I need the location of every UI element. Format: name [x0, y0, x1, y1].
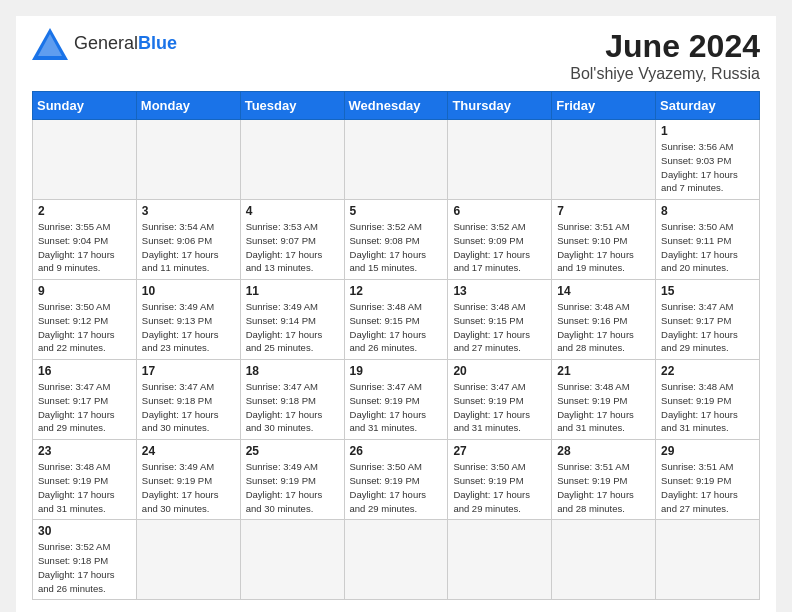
day-info: Sunrise: 3:47 AM Sunset: 9:19 PM Dayligh…: [350, 380, 443, 435]
day-info: Sunrise: 3:47 AM Sunset: 9:18 PM Dayligh…: [246, 380, 339, 435]
calendar-week-row: 9Sunrise: 3:50 AM Sunset: 9:12 PM Daylig…: [33, 280, 760, 360]
day-number: 20: [453, 364, 546, 378]
day-info: Sunrise: 3:47 AM Sunset: 9:17 PM Dayligh…: [38, 380, 131, 435]
logo: GeneralBlue: [32, 28, 177, 60]
calendar-day: 12Sunrise: 3:48 AM Sunset: 9:15 PM Dayli…: [344, 280, 448, 360]
logo-text: GeneralBlue: [74, 33, 177, 55]
calendar-header-row: Sunday Monday Tuesday Wednesday Thursday…: [33, 92, 760, 120]
day-info: Sunrise: 3:54 AM Sunset: 9:06 PM Dayligh…: [142, 220, 235, 275]
day-number: 19: [350, 364, 443, 378]
day-info: Sunrise: 3:52 AM Sunset: 9:18 PM Dayligh…: [38, 540, 131, 595]
header-saturday: Saturday: [656, 92, 760, 120]
day-number: 17: [142, 364, 235, 378]
calendar-day: 5Sunrise: 3:52 AM Sunset: 9:08 PM Daylig…: [344, 200, 448, 280]
header-sunday: Sunday: [33, 92, 137, 120]
calendar-day: 16Sunrise: 3:47 AM Sunset: 9:17 PM Dayli…: [33, 360, 137, 440]
calendar-table: Sunday Monday Tuesday Wednesday Thursday…: [32, 91, 760, 600]
calendar-day: 11Sunrise: 3:49 AM Sunset: 9:14 PM Dayli…: [240, 280, 344, 360]
calendar-day: 2Sunrise: 3:55 AM Sunset: 9:04 PM Daylig…: [33, 200, 137, 280]
calendar-day: [136, 520, 240, 600]
day-number: 9: [38, 284, 131, 298]
calendar-week-row: 16Sunrise: 3:47 AM Sunset: 9:17 PM Dayli…: [33, 360, 760, 440]
calendar-week-row: 1Sunrise: 3:56 AM Sunset: 9:03 PM Daylig…: [33, 120, 760, 200]
day-info: Sunrise: 3:47 AM Sunset: 9:18 PM Dayligh…: [142, 380, 235, 435]
day-number: 14: [557, 284, 650, 298]
page-title: June 2024: [570, 28, 760, 65]
header: GeneralBlue June 2024 Bol'shiye Vyazemy,…: [32, 28, 760, 83]
day-number: 2: [38, 204, 131, 218]
day-number: 7: [557, 204, 650, 218]
day-number: 8: [661, 204, 754, 218]
calendar-day: 18Sunrise: 3:47 AM Sunset: 9:18 PM Dayli…: [240, 360, 344, 440]
calendar-day: 26Sunrise: 3:50 AM Sunset: 9:19 PM Dayli…: [344, 440, 448, 520]
day-info: Sunrise: 3:50 AM Sunset: 9:19 PM Dayligh…: [350, 460, 443, 515]
day-number: 11: [246, 284, 339, 298]
calendar-day: [552, 520, 656, 600]
day-number: 4: [246, 204, 339, 218]
header-monday: Monday: [136, 92, 240, 120]
calendar-day: [344, 520, 448, 600]
day-info: Sunrise: 3:50 AM Sunset: 9:19 PM Dayligh…: [453, 460, 546, 515]
calendar-day: [552, 120, 656, 200]
calendar-day: 4Sunrise: 3:53 AM Sunset: 9:07 PM Daylig…: [240, 200, 344, 280]
calendar-day: 15Sunrise: 3:47 AM Sunset: 9:17 PM Dayli…: [656, 280, 760, 360]
calendar-day: [656, 520, 760, 600]
calendar-day: 17Sunrise: 3:47 AM Sunset: 9:18 PM Dayli…: [136, 360, 240, 440]
day-number: 1: [661, 124, 754, 138]
calendar-day: 1Sunrise: 3:56 AM Sunset: 9:03 PM Daylig…: [656, 120, 760, 200]
day-number: 25: [246, 444, 339, 458]
calendar-day: 7Sunrise: 3:51 AM Sunset: 9:10 PM Daylig…: [552, 200, 656, 280]
title-area: June 2024 Bol'shiye Vyazemy, Russia: [570, 28, 760, 83]
day-number: 21: [557, 364, 650, 378]
calendar-day: 29Sunrise: 3:51 AM Sunset: 9:19 PM Dayli…: [656, 440, 760, 520]
calendar-day: 19Sunrise: 3:47 AM Sunset: 9:19 PM Dayli…: [344, 360, 448, 440]
day-info: Sunrise: 3:50 AM Sunset: 9:11 PM Dayligh…: [661, 220, 754, 275]
logo-icon: [32, 28, 68, 60]
calendar-day: [136, 120, 240, 200]
day-number: 28: [557, 444, 650, 458]
day-number: 16: [38, 364, 131, 378]
day-info: Sunrise: 3:48 AM Sunset: 9:19 PM Dayligh…: [661, 380, 754, 435]
day-info: Sunrise: 3:52 AM Sunset: 9:08 PM Dayligh…: [350, 220, 443, 275]
day-info: Sunrise: 3:55 AM Sunset: 9:04 PM Dayligh…: [38, 220, 131, 275]
calendar-day: [448, 520, 552, 600]
page-subtitle: Bol'shiye Vyazemy, Russia: [570, 65, 760, 83]
calendar-day: 6Sunrise: 3:52 AM Sunset: 9:09 PM Daylig…: [448, 200, 552, 280]
day-info: Sunrise: 3:52 AM Sunset: 9:09 PM Dayligh…: [453, 220, 546, 275]
day-number: 18: [246, 364, 339, 378]
calendar-day: 20Sunrise: 3:47 AM Sunset: 9:19 PM Dayli…: [448, 360, 552, 440]
day-number: 29: [661, 444, 754, 458]
day-number: 27: [453, 444, 546, 458]
calendar-day: 3Sunrise: 3:54 AM Sunset: 9:06 PM Daylig…: [136, 200, 240, 280]
header-thursday: Thursday: [448, 92, 552, 120]
day-info: Sunrise: 3:51 AM Sunset: 9:19 PM Dayligh…: [661, 460, 754, 515]
calendar-day: 24Sunrise: 3:49 AM Sunset: 9:19 PM Dayli…: [136, 440, 240, 520]
day-number: 5: [350, 204, 443, 218]
day-number: 12: [350, 284, 443, 298]
calendar-day: 28Sunrise: 3:51 AM Sunset: 9:19 PM Dayli…: [552, 440, 656, 520]
day-number: 10: [142, 284, 235, 298]
day-info: Sunrise: 3:56 AM Sunset: 9:03 PM Dayligh…: [661, 140, 754, 195]
calendar-day: 10Sunrise: 3:49 AM Sunset: 9:13 PM Dayli…: [136, 280, 240, 360]
calendar-day: [240, 120, 344, 200]
calendar-day: [448, 120, 552, 200]
calendar-week-row: 2Sunrise: 3:55 AM Sunset: 9:04 PM Daylig…: [33, 200, 760, 280]
calendar-week-row: 23Sunrise: 3:48 AM Sunset: 9:19 PM Dayli…: [33, 440, 760, 520]
day-info: Sunrise: 3:48 AM Sunset: 9:15 PM Dayligh…: [350, 300, 443, 355]
calendar-day: 8Sunrise: 3:50 AM Sunset: 9:11 PM Daylig…: [656, 200, 760, 280]
day-number: 3: [142, 204, 235, 218]
calendar-day: [240, 520, 344, 600]
calendar-day: 22Sunrise: 3:48 AM Sunset: 9:19 PM Dayli…: [656, 360, 760, 440]
day-number: 26: [350, 444, 443, 458]
day-info: Sunrise: 3:49 AM Sunset: 9:14 PM Dayligh…: [246, 300, 339, 355]
day-number: 13: [453, 284, 546, 298]
calendar-day: 30Sunrise: 3:52 AM Sunset: 9:18 PM Dayli…: [33, 520, 137, 600]
day-number: 30: [38, 524, 131, 538]
day-info: Sunrise: 3:48 AM Sunset: 9:19 PM Dayligh…: [38, 460, 131, 515]
calendar-week-row: 30Sunrise: 3:52 AM Sunset: 9:18 PM Dayli…: [33, 520, 760, 600]
day-info: Sunrise: 3:51 AM Sunset: 9:10 PM Dayligh…: [557, 220, 650, 275]
calendar-day: 27Sunrise: 3:50 AM Sunset: 9:19 PM Dayli…: [448, 440, 552, 520]
calendar-day: 14Sunrise: 3:48 AM Sunset: 9:16 PM Dayli…: [552, 280, 656, 360]
day-info: Sunrise: 3:47 AM Sunset: 9:17 PM Dayligh…: [661, 300, 754, 355]
page-container: GeneralBlue June 2024 Bol'shiye Vyazemy,…: [16, 16, 776, 612]
